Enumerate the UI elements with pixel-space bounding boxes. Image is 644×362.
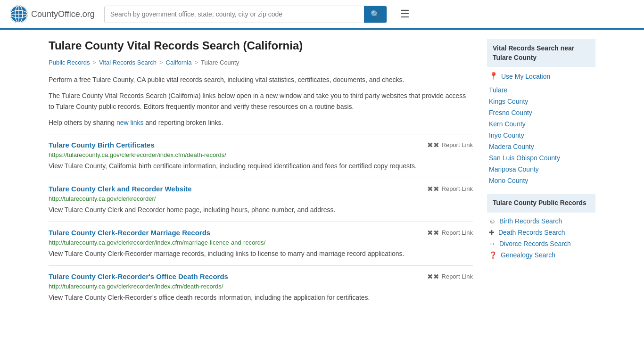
nearby-link-item: Fresno County [489, 109, 594, 116]
report-icon-2: ✖✖ [427, 229, 439, 237]
nearby-link-1[interactable]: Kings County [489, 98, 528, 105]
nearby-link-item: San Luis Obispo County [489, 154, 594, 162]
sidebar-public-records-section: Tulare County Public Records ☺ Birth Rec… [487, 194, 595, 259]
search-input[interactable] [105, 7, 364, 22]
nearby-links-list: TulareKings CountyFresno CountyKern Coun… [487, 86, 595, 184]
result-url-1: http://tularecounty.ca.gov/clerkrecorder… [49, 195, 473, 202]
search-button[interactable]: 🔍 [364, 6, 387, 23]
description-1: Perform a free Tulare County, CA public … [49, 74, 473, 85]
breadcrumb-current: Tulare County [201, 59, 239, 66]
search-bar: 🔍 [104, 6, 387, 23]
nearby-link-item: Mono County [489, 177, 594, 184]
site-logo[interactable]: CountyOffice.org [9, 5, 95, 24]
public-records-link-item: ☺ Birth Records Search [489, 217, 594, 225]
logo-icon [9, 5, 28, 24]
public-records-icon-0: ☺ [489, 217, 495, 225]
nearby-link-item: Mariposa County [489, 165, 594, 173]
desc3-prefix: Help others by sharing [49, 119, 116, 126]
nearby-link-item: Madera County [489, 143, 594, 150]
public-records-icon-3: ❓ [489, 251, 497, 259]
result-url-3: http://tularecounty.ca.gov/clerkrecorder… [49, 283, 473, 290]
result-item: Tulare County Birth Certificates ✖✖ Repo… [49, 134, 473, 178]
result-title-0[interactable]: Tulare County Birth Certificates [49, 141, 155, 149]
breadcrumb-sep-2: > [159, 59, 163, 66]
result-title-3[interactable]: Tulare County Clerk-Recorder's Office De… [49, 272, 228, 280]
public-records-icon-2: ↔ [489, 240, 495, 247]
main-container: Tulare County Vital Records Search (Cali… [39, 30, 605, 319]
public-records-links-list: ☺ Birth Records Search ✚ Death Records S… [487, 217, 595, 259]
nearby-link-item: Tulare [489, 86, 594, 94]
report-icon-1: ✖✖ [427, 185, 439, 193]
result-desc-2: View Tulare County Clerk-Recorder marria… [49, 249, 473, 259]
result-item: Tulare County Clerk-Recorder's Office De… [49, 265, 473, 309]
description-2: The Tulare County Vital Records Search (… [49, 90, 473, 112]
use-location: 📍 Use My Location [487, 72, 595, 81]
breadcrumb-california[interactable]: California [166, 59, 192, 66]
public-records-link-item: ❓ Genealogy Search [489, 251, 594, 259]
report-label-3: Report Link [442, 273, 473, 280]
results-list: Tulare County Birth Certificates ✖✖ Repo… [49, 134, 473, 309]
nearby-link-0[interactable]: Tulare [489, 86, 507, 94]
result-header: Tulare County Clerk-Recorder Marriage Re… [49, 229, 473, 237]
public-records-link-2[interactable]: Divorce Records Search [499, 240, 571, 247]
result-item: Tulare County Clerk and Recorder Website… [49, 178, 473, 222]
result-header: Tulare County Clerk and Recorder Website… [49, 185, 473, 193]
result-desc-0: View Tulare County, California birth cer… [49, 161, 473, 171]
logo-county: CountyOffice [31, 9, 80, 19]
logo-org: .org [80, 9, 95, 19]
public-records-link-0[interactable]: Birth Records Search [499, 217, 562, 225]
result-header: Tulare County Birth Certificates ✖✖ Repo… [49, 141, 473, 149]
result-item: Tulare County Clerk-Recorder Marriage Re… [49, 222, 473, 265]
public-records-link-item: ↔ Divorce Records Search [489, 240, 594, 247]
nearby-link-item: Kings County [489, 98, 594, 105]
breadcrumb-sep-3: > [194, 59, 198, 66]
breadcrumb: Public Records > Vital Records Search > … [49, 59, 473, 66]
page-title: Tulare County Vital Records Search (Cali… [49, 39, 473, 52]
report-label-2: Report Link [442, 229, 473, 236]
sidebar-public-records-title: Tulare County Public Records [487, 194, 595, 213]
sidebar-nearby-section: Vital Records Search near Tulare County … [487, 39, 595, 184]
breadcrumb-vital-records[interactable]: Vital Records Search [99, 59, 157, 66]
nearby-link-6[interactable]: San Luis Obispo County [489, 154, 560, 162]
breadcrumb-sep-1: > [92, 59, 96, 66]
public-records-link-1[interactable]: Death Records Search [498, 229, 565, 236]
result-desc-1: View Tulare County Clerk and Recorder ho… [49, 205, 473, 215]
menu-button[interactable]: ☰ [396, 6, 413, 22]
public-records-icon-1: ✚ [489, 229, 495, 236]
public-records-link-3[interactable]: Genealogy Search [501, 251, 555, 259]
report-link-1[interactable]: ✖✖ Report Link [427, 185, 473, 193]
report-link-2[interactable]: ✖✖ Report Link [427, 229, 473, 237]
location-icon: 📍 [489, 72, 498, 81]
nearby-link-4[interactable]: Inyo County [489, 132, 524, 139]
report-label-1: Report Link [442, 185, 473, 192]
public-records-link-item: ✚ Death Records Search [489, 229, 594, 236]
report-icon-0: ✖✖ [427, 141, 439, 149]
nearby-link-8[interactable]: Mono County [489, 177, 528, 184]
sidebar: Vital Records Search near Tulare County … [487, 39, 595, 309]
report-link-0[interactable]: ✖✖ Report Link [427, 141, 473, 149]
logo-text: CountyOffice.org [31, 9, 95, 19]
nearby-link-item: Kern County [489, 120, 594, 128]
nearby-link-7[interactable]: Mariposa County [489, 165, 539, 173]
result-title-1[interactable]: Tulare County Clerk and Recorder Website [49, 185, 192, 193]
result-url-2: http://tularecounty.ca.gov/clerkrecorder… [49, 239, 473, 246]
nearby-link-item: Inyo County [489, 132, 594, 139]
report-link-3[interactable]: ✖✖ Report Link [427, 272, 473, 281]
result-desc-3: View Tulare County Clerk-Recorder's offi… [49, 293, 473, 303]
sidebar-nearby-title: Vital Records Search near Tulare County [487, 39, 595, 67]
result-header: Tulare County Clerk-Recorder's Office De… [49, 272, 473, 281]
content-area: Tulare County Vital Records Search (Cali… [49, 39, 473, 309]
report-label-0: Report Link [442, 141, 473, 148]
result-title-2[interactable]: Tulare County Clerk-Recorder Marriage Re… [49, 229, 210, 237]
desc3-suffix: and reporting broken links. [144, 119, 223, 126]
site-header: CountyOffice.org 🔍 ☰ [0, 0, 644, 30]
nearby-link-3[interactable]: Kern County [489, 120, 526, 128]
nearby-link-2[interactable]: Fresno County [489, 109, 532, 116]
report-icon-3: ✖✖ [427, 272, 439, 281]
description-3: Help others by sharing new links and rep… [49, 117, 473, 128]
breadcrumb-public-records[interactable]: Public Records [49, 59, 90, 66]
result-url-0: https://tularecounty.ca.gov/clerkrecorde… [49, 151, 473, 158]
use-my-location-link[interactable]: Use My Location [501, 73, 550, 80]
nearby-link-5[interactable]: Madera County [489, 143, 534, 150]
new-links-link[interactable]: new links [116, 119, 144, 126]
